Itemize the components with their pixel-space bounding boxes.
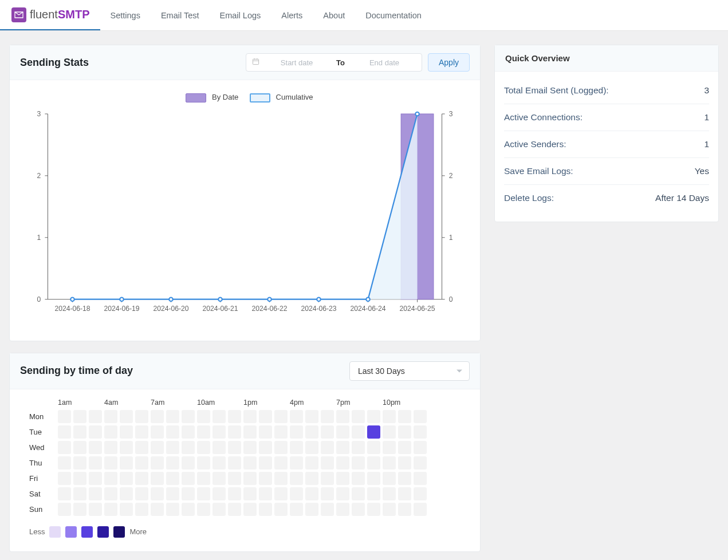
heat-cell[interactable] xyxy=(213,472,226,485)
heat-cell[interactable] xyxy=(213,441,226,454)
heat-cell[interactable] xyxy=(73,472,86,485)
heat-cell[interactable] xyxy=(367,487,380,500)
heat-cell[interactable] xyxy=(197,456,210,470)
heat-cell[interactable] xyxy=(383,503,396,516)
heat-cell[interactable] xyxy=(182,503,195,516)
heat-cell[interactable] xyxy=(197,472,210,485)
heat-cell[interactable] xyxy=(243,425,257,439)
heat-cell[interactable] xyxy=(274,410,288,423)
heat-cell[interactable] xyxy=(321,472,334,485)
heat-cell[interactable] xyxy=(120,503,133,516)
heat-cell[interactable] xyxy=(243,410,257,423)
heat-cell[interactable] xyxy=(414,425,427,439)
heat-cell[interactable] xyxy=(166,503,179,516)
nav-about[interactable]: About xyxy=(313,0,355,30)
heat-cell[interactable] xyxy=(182,441,195,454)
heat-cell[interactable] xyxy=(135,487,148,500)
heat-cell[interactable] xyxy=(58,472,71,485)
heat-cell[interactable] xyxy=(352,472,365,485)
heat-cell[interactable] xyxy=(89,487,102,500)
heat-cell[interactable] xyxy=(151,425,164,439)
heat-cell[interactable] xyxy=(104,441,117,454)
heat-cell[interactable] xyxy=(398,487,411,500)
heat-cell[interactable] xyxy=(120,410,133,423)
heat-cell[interactable] xyxy=(290,425,303,439)
heat-cell[interactable] xyxy=(243,441,257,454)
heat-cell[interactable] xyxy=(228,425,241,439)
heat-cell[interactable] xyxy=(321,441,334,454)
heat-cell[interactable] xyxy=(166,472,179,485)
heat-cell[interactable] xyxy=(104,503,117,516)
heat-cell[interactable] xyxy=(414,410,427,423)
heat-cell[interactable] xyxy=(243,503,257,516)
heat-cell[interactable] xyxy=(135,472,148,485)
heat-cell[interactable] xyxy=(414,472,427,485)
heat-cell[interactable] xyxy=(305,425,318,439)
heat-cell[interactable] xyxy=(213,487,226,500)
heat-cell[interactable] xyxy=(135,456,148,470)
heat-cell[interactable] xyxy=(243,472,257,485)
heat-cell[interactable] xyxy=(89,410,102,423)
heat-cell[interactable] xyxy=(213,503,226,516)
heat-cell[interactable] xyxy=(104,410,117,423)
heat-cell[interactable] xyxy=(228,487,241,500)
heat-cell[interactable] xyxy=(336,441,349,454)
heat-cell[interactable] xyxy=(398,472,411,485)
heat-cell[interactable] xyxy=(151,456,164,470)
heat-cell[interactable] xyxy=(120,487,133,500)
heat-cell[interactable] xyxy=(336,425,349,439)
end-date-input[interactable] xyxy=(353,58,416,67)
heat-cell[interactable] xyxy=(290,487,303,500)
heat-cell[interactable] xyxy=(321,503,334,516)
heat-cell[interactable] xyxy=(58,441,71,454)
heat-cell[interactable] xyxy=(228,441,241,454)
heat-cell[interactable] xyxy=(228,503,241,516)
range-select[interactable]: Last 30 Days xyxy=(349,361,470,381)
heat-cell[interactable] xyxy=(383,410,396,423)
heat-cell[interactable] xyxy=(213,425,226,439)
heat-cell[interactable] xyxy=(89,503,102,516)
heat-cell[interactable] xyxy=(414,503,427,516)
heat-cell[interactable] xyxy=(383,487,396,500)
heat-cell[interactable] xyxy=(58,456,71,470)
heat-cell[interactable] xyxy=(135,425,148,439)
heat-cell[interactable] xyxy=(73,487,86,500)
date-range-input[interactable]: To xyxy=(246,53,422,72)
heat-cell[interactable] xyxy=(367,441,380,454)
heat-cell[interactable] xyxy=(259,441,272,454)
heat-cell[interactable] xyxy=(166,425,179,439)
heat-cell[interactable] xyxy=(259,503,272,516)
heat-cell[interactable] xyxy=(151,441,164,454)
heat-cell[interactable] xyxy=(414,487,427,500)
heat-cell[interactable] xyxy=(58,410,71,423)
nav-settings[interactable]: Settings xyxy=(100,0,151,30)
heat-cell[interactable] xyxy=(182,456,195,470)
heat-cell[interactable] xyxy=(336,456,349,470)
heat-cell[interactable] xyxy=(383,441,396,454)
heat-cell[interactable] xyxy=(182,425,195,439)
heat-cell[interactable] xyxy=(120,441,133,454)
heat-cell[interactable] xyxy=(383,425,396,439)
heat-cell[interactable] xyxy=(197,487,210,500)
heat-cell[interactable] xyxy=(305,472,318,485)
apply-button[interactable]: Apply xyxy=(428,53,470,72)
heat-cell[interactable] xyxy=(321,487,334,500)
nav-email-logs[interactable]: Email Logs xyxy=(210,0,271,30)
nav-alerts[interactable]: Alerts xyxy=(271,0,313,30)
heat-cell[interactable] xyxy=(197,410,210,423)
heat-cell[interactable] xyxy=(305,487,318,500)
heat-cell[interactable] xyxy=(166,441,179,454)
heat-cell[interactable] xyxy=(228,472,241,485)
heat-cell[interactable] xyxy=(398,410,411,423)
heat-cell[interactable] xyxy=(243,487,257,500)
heat-cell[interactable] xyxy=(274,441,288,454)
brand-logo[interactable]: fluentSMTP xyxy=(0,0,100,30)
heat-cell[interactable] xyxy=(259,472,272,485)
heat-cell[interactable] xyxy=(367,410,380,423)
heat-cell[interactable] xyxy=(398,503,411,516)
heat-cell[interactable] xyxy=(290,441,303,454)
heat-cell[interactable] xyxy=(228,456,241,470)
heat-cell[interactable] xyxy=(228,410,241,423)
heat-cell[interactable] xyxy=(336,472,349,485)
heat-cell[interactable] xyxy=(58,487,71,500)
